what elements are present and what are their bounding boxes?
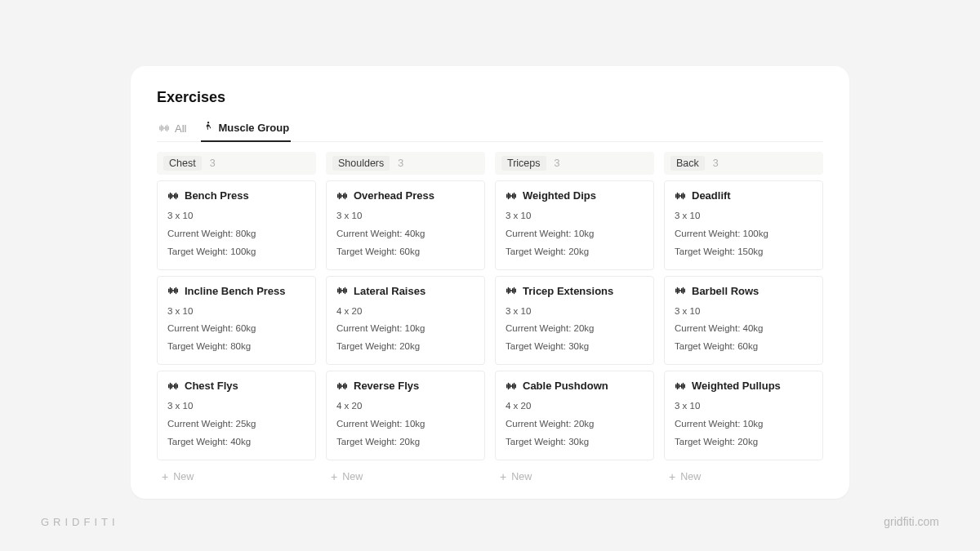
current-weight: Current Weight: 10kg bbox=[506, 225, 644, 243]
exercises-panel: Exercises All Muscle Group Chest3Bench P… bbox=[131, 66, 849, 499]
column-name: Shoulders bbox=[332, 156, 390, 171]
sets-reps: 4 x 20 bbox=[506, 398, 644, 415]
current-weight: Current Weight: 10kg bbox=[336, 320, 474, 338]
exercise-name: Barbell Rows bbox=[692, 285, 759, 297]
watermark-url: gridfiti.com bbox=[884, 515, 939, 528]
add-new-button[interactable]: +New bbox=[495, 466, 654, 484]
target-weight: Target Weight: 100kg bbox=[167, 243, 305, 261]
sets-reps: 3 x 10 bbox=[675, 303, 813, 321]
target-weight: Target Weight: 60kg bbox=[336, 243, 474, 261]
tab-label: Muscle Group bbox=[218, 122, 289, 134]
kanban-board: Chest3Bench Press3 x 10Current Weight: 8… bbox=[157, 152, 823, 484]
exercise-name: Cable Pushdown bbox=[523, 380, 608, 392]
dumbbell-icon bbox=[675, 285, 686, 296]
sets-reps: 3 x 10 bbox=[167, 303, 305, 321]
dumbbell-icon bbox=[167, 380, 179, 392]
dumbbell-icon bbox=[167, 190, 179, 202]
sets-reps: 3 x 10 bbox=[506, 207, 644, 225]
exercise-name: Incline Bench Press bbox=[185, 285, 286, 297]
exercise-name: Tricep Extensions bbox=[523, 285, 613, 297]
target-weight: Target Weight: 80kg bbox=[167, 338, 305, 356]
card-header: Bench Press bbox=[167, 189, 305, 202]
exercise-card[interactable]: Incline Bench Press3 x 10Current Weight:… bbox=[157, 276, 316, 366]
add-new-button[interactable]: +New bbox=[157, 466, 316, 484]
column-name: Triceps bbox=[501, 156, 546, 171]
target-weight: Target Weight: 30kg bbox=[506, 433, 644, 451]
exercise-card[interactable]: Tricep Extensions3 x 10Current Weight: 2… bbox=[495, 276, 654, 366]
exercise-card[interactable]: Cable Pushdown4 x 20Current Weight: 20kg… bbox=[495, 371, 654, 460]
column-header[interactable]: Shoulders3 bbox=[326, 152, 485, 175]
page-title: Exercises bbox=[157, 89, 823, 106]
exercise-name: Deadlift bbox=[692, 189, 731, 202]
exercise-name: Lateral Raises bbox=[354, 285, 425, 297]
dumbbell-icon bbox=[336, 380, 348, 392]
dumbbell-icon bbox=[506, 380, 517, 392]
exercise-card[interactable]: Bench Press3 x 10Current Weight: 80kgTar… bbox=[157, 180, 316, 270]
current-weight: Current Weight: 10kg bbox=[675, 415, 813, 433]
sets-reps: 3 x 10 bbox=[506, 303, 644, 321]
sets-reps: 3 x 10 bbox=[167, 398, 305, 415]
column-header[interactable]: Back3 bbox=[664, 152, 823, 175]
person-walking-icon bbox=[203, 121, 213, 134]
tab-all[interactable]: All bbox=[157, 118, 188, 142]
target-weight: Target Weight: 150kg bbox=[675, 243, 813, 261]
column-name: Back bbox=[670, 156, 705, 171]
tabs: All Muscle Group bbox=[157, 118, 823, 142]
target-weight: Target Weight: 30kg bbox=[506, 338, 644, 356]
sets-reps: 4 x 20 bbox=[336, 398, 474, 415]
card-header: Chest Flys bbox=[167, 380, 305, 392]
current-weight: Current Weight: 10kg bbox=[336, 415, 474, 433]
exercise-name: Weighted Pullups bbox=[692, 380, 781, 392]
sets-reps: 3 x 10 bbox=[675, 398, 813, 415]
dumbbell-icon bbox=[336, 190, 348, 202]
plus-icon: + bbox=[500, 471, 506, 482]
current-weight: Current Weight: 25kg bbox=[167, 415, 305, 433]
exercise-name: Weighted Dips bbox=[523, 189, 596, 202]
sets-reps: 4 x 20 bbox=[336, 303, 474, 321]
column-name: Chest bbox=[163, 156, 202, 171]
current-weight: Current Weight: 20kg bbox=[506, 320, 644, 338]
tab-muscle-group[interactable]: Muscle Group bbox=[201, 118, 291, 142]
column-count: 3 bbox=[210, 158, 216, 169]
card-header: Weighted Pullups bbox=[675, 380, 813, 392]
new-label: New bbox=[680, 471, 701, 482]
board-column: Triceps3Weighted Dips3 x 10Current Weigh… bbox=[495, 152, 654, 484]
column-header[interactable]: Triceps3 bbox=[495, 152, 654, 175]
exercise-card[interactable]: Weighted Dips3 x 10Current Weight: 10kgT… bbox=[495, 180, 654, 270]
target-weight: Target Weight: 20kg bbox=[336, 433, 474, 451]
current-weight: Current Weight: 100kg bbox=[675, 225, 813, 243]
column-count: 3 bbox=[398, 158, 403, 169]
exercise-card[interactable]: Reverse Flys4 x 20Current Weight: 10kgTa… bbox=[326, 371, 485, 460]
exercise-card[interactable]: Lateral Raises4 x 20Current Weight: 10kg… bbox=[326, 276, 485, 366]
card-header: Tricep Extensions bbox=[506, 285, 644, 297]
new-label: New bbox=[173, 471, 194, 482]
new-label: New bbox=[511, 471, 532, 482]
target-weight: Target Weight: 20kg bbox=[336, 338, 474, 356]
dumbbell-icon bbox=[167, 285, 179, 296]
target-weight: Target Weight: 20kg bbox=[675, 433, 813, 451]
plus-icon: + bbox=[331, 471, 337, 482]
column-header[interactable]: Chest3 bbox=[157, 152, 316, 175]
plus-icon: + bbox=[162, 471, 168, 482]
current-weight: Current Weight: 60kg bbox=[167, 320, 305, 338]
exercise-card[interactable]: Chest Flys3 x 10Current Weight: 25kgTarg… bbox=[157, 371, 316, 460]
add-new-button[interactable]: +New bbox=[664, 466, 823, 484]
dumbbell-icon bbox=[506, 190, 517, 202]
card-header: Lateral Raises bbox=[336, 285, 474, 297]
exercise-name: Reverse Flys bbox=[354, 380, 419, 392]
exercise-card[interactable]: Weighted Pullups3 x 10Current Weight: 10… bbox=[664, 371, 823, 460]
exercise-card[interactable]: Overhead Press3 x 10Current Weight: 40kg… bbox=[326, 180, 485, 270]
plus-icon: + bbox=[669, 471, 675, 482]
exercise-card[interactable]: Deadlift3 x 10Current Weight: 100kgTarge… bbox=[664, 180, 823, 270]
card-header: Barbell Rows bbox=[675, 285, 813, 297]
dumbbell-icon bbox=[675, 380, 686, 392]
target-weight: Target Weight: 60kg bbox=[675, 338, 813, 356]
card-header: Weighted Dips bbox=[506, 189, 644, 202]
add-new-button[interactable]: +New bbox=[326, 466, 485, 484]
target-weight: Target Weight: 20kg bbox=[506, 243, 644, 261]
exercise-card[interactable]: Barbell Rows3 x 10Current Weight: 40kgTa… bbox=[664, 276, 823, 366]
column-count: 3 bbox=[713, 158, 719, 169]
current-weight: Current Weight: 40kg bbox=[336, 225, 474, 243]
target-weight: Target Weight: 40kg bbox=[167, 433, 305, 451]
exercise-name: Chest Flys bbox=[185, 380, 238, 392]
